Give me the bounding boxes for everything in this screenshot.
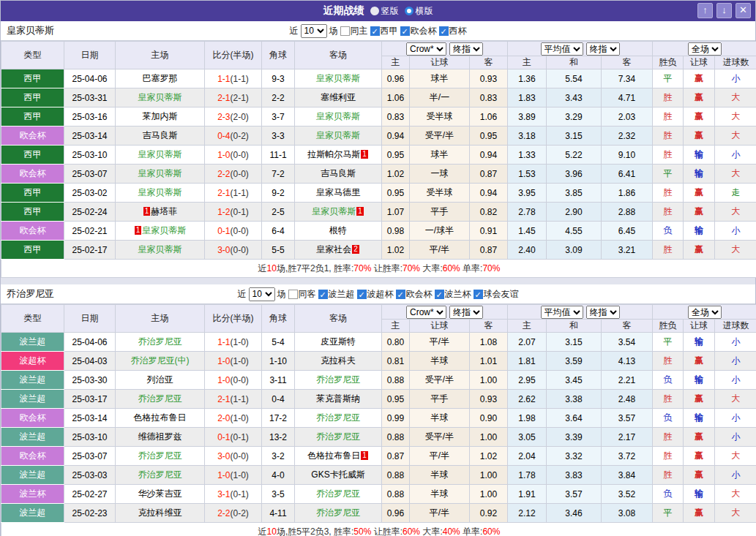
odds-away: 1.00 [470,485,508,504]
team-label: 乔治罗尼亚(中) [131,355,190,366]
layout-horizontal-radio[interactable]: 横版 [405,5,433,18]
odds-stage-select[interactable]: 终指 [449,306,483,319]
avg-draw-odds: 3.45 [547,371,602,390]
result-goals: 小 [715,333,756,352]
league-type-badge: 欧会杯 [1,127,64,146]
league-filter[interactable]: ✓欧会杯 [396,288,433,301]
result-handicap: 输 [684,222,715,241]
fulltime-score: 1-1 [217,337,230,347]
odds-home: 0.95 [382,184,410,203]
team-label: 克拉科夫 [321,355,356,366]
average-select[interactable]: 平均值 [541,306,583,319]
same-venue-filter[interactable]: 同主 [340,25,368,37]
league-filter[interactable]: ✓西杯 [439,25,467,37]
team-label: 皇家贝蒂斯 [138,149,182,159]
radio-vertical-icon[interactable] [370,7,379,15]
score: 1-0(0-0) [205,146,262,165]
away-team: GKS卡托威斯 [295,466,382,485]
checkbox-checked-icon[interactable]: ✓ [400,26,410,36]
odds-away: 0.94 [470,146,508,165]
avg-away-odds: 4.13 [602,352,653,371]
bookmaker-select[interactable]: Crow* [406,42,446,56]
odds-home: 1.02 [382,241,410,260]
league-filter[interactable]: ✓西甲 [370,25,398,37]
match-count-select[interactable]: 10 [249,287,275,301]
match-count-select[interactable]: 10 [301,24,327,38]
odds-away: 0.94 [470,184,508,203]
move-down-button[interactable]: ↓ [716,3,732,18]
checkbox-checked-icon[interactable]: ✓ [474,290,483,299]
avg-stage-select[interactable]: 终指 [586,42,620,56]
result-handicap: 赢 [684,241,715,260]
layout-vertical-radio[interactable]: 竖版 [370,5,399,18]
league-filter[interactable]: ✓波超杯 [357,288,394,301]
avg-home-odds: 2.78 [508,203,547,222]
league-filter[interactable]: ✓波兰杯 [435,288,471,301]
result-winloss: 胜 [653,184,684,203]
avg-home-odds: 1.36 [508,69,547,88]
league-type-badge: 波兰超 [1,390,64,409]
halftime-score: (0-0) [231,451,249,461]
league-filter[interactable]: ✓球会友谊 [474,288,519,301]
odds-stage-select[interactable]: 终指 [449,42,483,56]
avg-draw-odds: 3.43 [547,88,602,107]
avg-stage-select[interactable]: 终指 [586,306,620,319]
avg-away-odds: 3.52 [602,485,653,504]
home-team: 克拉科维亚 [116,504,205,523]
fulltime-score: 1-2 [217,207,230,217]
away-team: 乔治罗尼亚 [295,428,382,447]
result-goals: 大 [715,504,756,523]
table-row: 波兰超25-03-10维德祖罗兹0-1(0-1)13-2乔治罗尼亚0.88受平/… [1,428,756,447]
checkbox-checked-icon[interactable]: ✓ [396,290,405,299]
result-winloss: 胜 [653,88,684,107]
match-date: 25-03-10 [64,146,116,165]
checkbox-checked-icon[interactable]: ✓ [435,290,444,299]
average-select[interactable]: 平均值 [541,42,583,56]
checkbox-unchecked-icon[interactable] [288,290,298,299]
column-subheader: 主 [508,320,547,333]
checkbox-unchecked-icon[interactable] [340,26,350,36]
handicap: 平/半 [410,447,470,466]
result-winloss: 胜 [653,466,684,485]
same-venue-filter[interactable]: 同客 [288,288,316,301]
radio-horizontal-icon[interactable] [405,7,413,15]
score: 1-0(0-0) [205,371,262,390]
avg-home-odds: 1.98 [508,409,547,428]
halftime-score: (2-1) [231,93,249,103]
team-label: 根特 [329,225,347,235]
column-subheader: 和 [547,320,602,333]
period-select[interactable]: 全场 [688,42,722,56]
period-select[interactable]: 全场 [688,306,722,319]
odds-source-header: Crow*终指 [382,42,508,56]
corner-score: 3-11 [262,371,295,390]
team-label: 莱加内斯 [143,111,178,121]
match-date: 25-03-16 [64,107,116,127]
handicap: 半/一 [410,88,470,107]
team-label: 乔治罗尼亚 [138,450,182,461]
handicap: 受平/半 [410,371,470,390]
match-filters: 近10场同主✓西甲✓欧会杯✓西杯 [290,24,467,38]
odds-away: 0.90 [470,409,508,428]
result-handicap: 输 [684,409,715,428]
checkbox-checked-icon[interactable]: ✓ [357,290,367,299]
result-winloss: 胜 [653,352,684,371]
move-up-button[interactable]: ↑ [697,3,713,18]
checkbox-checked-icon[interactable]: ✓ [318,290,328,299]
corner-score: 2-5 [262,203,295,222]
corner-score: 7-2 [262,165,295,184]
result-winloss: 胜 [653,447,684,466]
bookmaker-select[interactable]: Crow* [406,306,446,319]
table-row: 波兰超25-04-06乔治罗尼亚1-1(1-0)5-4皮亚斯特0.80平/半1.… [1,333,756,352]
checkbox-checked-icon[interactable]: ✓ [439,26,449,36]
league-filter[interactable]: ✓波兰超 [318,288,355,301]
corner-score: 13-2 [262,428,295,447]
league-filter[interactable]: ✓欧会杯 [400,25,437,37]
result-handicap: 赢 [684,447,715,466]
summary-text: 单率: [460,526,483,536]
result-handicap: 赢 [684,107,715,127]
summary-text: 10 [267,263,277,273]
checkbox-checked-icon[interactable]: ✓ [370,26,380,36]
close-button[interactable]: ✕ [736,3,751,18]
result-handicap: 输 [684,485,715,504]
result-handicap: 赢 [684,184,715,203]
